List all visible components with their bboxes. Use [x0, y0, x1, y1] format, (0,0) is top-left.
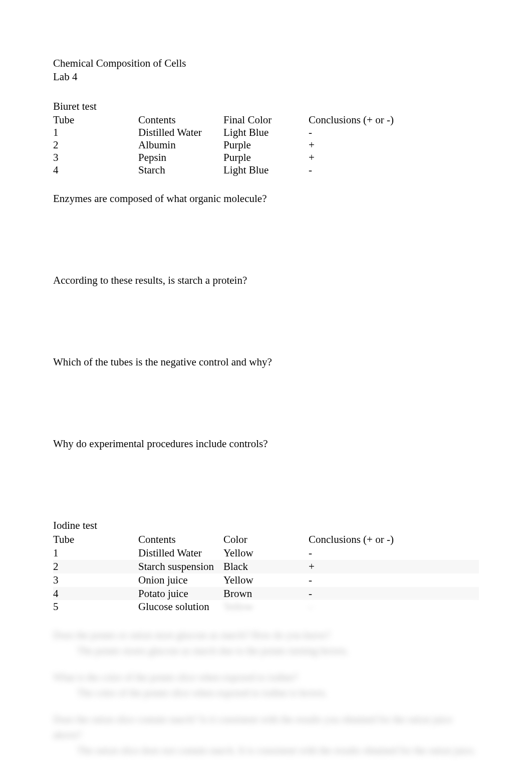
cell-contents: Starch suspension — [138, 560, 223, 573]
cell-tube: 4 — [53, 164, 138, 176]
col-header-color: Color — [223, 533, 309, 546]
blurred-question: What is the color of the potato slice wh… — [53, 670, 479, 685]
cell-tube: 4 — [53, 587, 138, 601]
cell-conclusion: - — [309, 600, 479, 614]
page-title: Chemical Composition of Cells — [53, 57, 479, 70]
cell-color: Yellow — [223, 573, 309, 587]
cell-tube: 1 — [53, 546, 138, 560]
biuret-heading: Biuret test — [53, 100, 479, 113]
cell-color: Yellow — [223, 546, 309, 560]
cell-contents: Albumin — [138, 139, 223, 151]
col-header-conclusion: Conclusions (+ or -) — [309, 533, 479, 546]
table-row: 2 Albumin Purple + — [53, 139, 479, 151]
table-header-row: Tube Contents Color Conclusions (+ or -) — [53, 533, 479, 546]
col-header-contents: Contents — [138, 114, 223, 126]
cell-tube: 3 — [53, 151, 138, 164]
table-row: 5 Glucose solution Yellow - — [53, 600, 479, 614]
biuret-table: Tube Contents Final Color Conclusions (+… — [53, 114, 479, 176]
cell-contents: Starch — [138, 164, 223, 176]
cell-contents: Distilled Water — [138, 546, 223, 560]
cell-tube: 3 — [53, 573, 138, 587]
cell-tube: 1 — [53, 126, 138, 139]
cell-color: Brown — [223, 587, 309, 601]
cell-conclusion: + — [309, 139, 479, 151]
cell-conclusion: - — [309, 164, 479, 176]
table-row: 2 Starch suspension Black + — [53, 560, 479, 573]
iodine-heading: Iodine test — [53, 519, 479, 532]
table-row: 3 Pepsin Purple + — [53, 151, 479, 164]
cell-contents: Distilled Water — [138, 126, 223, 139]
iodine-section: Iodine test Tube Contents Color Conclusi… — [53, 519, 479, 614]
cell-contents: Glucose solution — [138, 600, 223, 614]
question-2: According to these results, is starch a … — [53, 274, 479, 287]
cell-conclusion: - — [309, 546, 479, 560]
table-row: 1 Distilled Water Yellow - — [53, 546, 479, 560]
question-1: Enzymes are composed of what organic mol… — [53, 192, 479, 205]
table-header-row: Tube Contents Final Color Conclusions (+… — [53, 114, 479, 126]
biuret-section: Biuret test Tube Contents Final Color Co… — [53, 100, 479, 176]
cell-color: Light Blue — [223, 164, 309, 176]
col-header-contents: Contents — [138, 533, 223, 546]
question-4: Why do experimental procedures include c… — [53, 438, 479, 450]
cell-tube: 2 — [53, 139, 138, 151]
blurred-answer: The color of the potato slice when expos… — [77, 685, 479, 701]
cell-color: Black — [223, 560, 309, 573]
col-header-color: Final Color — [223, 114, 309, 126]
blurred-answer: The potato stores glucose as starch due … — [77, 643, 479, 659]
blurred-question: Does the potato or onion store glucose a… — [53, 628, 479, 643]
cell-color: Light Blue — [223, 126, 309, 139]
table-row: 4 Potato juice Brown - — [53, 587, 479, 601]
iodine-table: Tube Contents Color Conclusions (+ or -)… — [53, 533, 479, 614]
cell-tube: 2 — [53, 560, 138, 573]
cell-conclusion: + — [309, 560, 479, 573]
col-header-tube: Tube — [53, 533, 138, 546]
cell-color: Yellow — [223, 600, 309, 614]
blurred-answer: The onion slice does not contain starch.… — [77, 743, 479, 758]
table-row: 1 Distilled Water Light Blue - — [53, 126, 479, 139]
cell-color: Purple — [223, 139, 309, 151]
page-subtitle: Lab 4 — [53, 71, 479, 83]
cell-tube: 5 — [53, 600, 138, 614]
blurred-preview-region: Does the potato or onion store glucose a… — [53, 628, 479, 758]
col-header-conclusion: Conclusions (+ or -) — [309, 114, 479, 126]
cell-conclusion: - — [309, 587, 479, 601]
cell-contents: Onion juice — [138, 573, 223, 587]
cell-conclusion: + — [309, 151, 479, 164]
blurred-question: Does the onion slice contain starch? Is … — [53, 712, 479, 743]
cell-conclusion: - — [309, 573, 479, 587]
cell-conclusion: - — [309, 126, 479, 139]
cell-color: Purple — [223, 151, 309, 164]
table-row: 3 Onion juice Yellow - — [53, 573, 479, 587]
cell-contents: Potato juice — [138, 587, 223, 601]
table-row: 4 Starch Light Blue - — [53, 164, 479, 176]
cell-contents: Pepsin — [138, 151, 223, 164]
col-header-tube: Tube — [53, 114, 138, 126]
question-3: Which of the tubes is the negative contr… — [53, 356, 479, 368]
